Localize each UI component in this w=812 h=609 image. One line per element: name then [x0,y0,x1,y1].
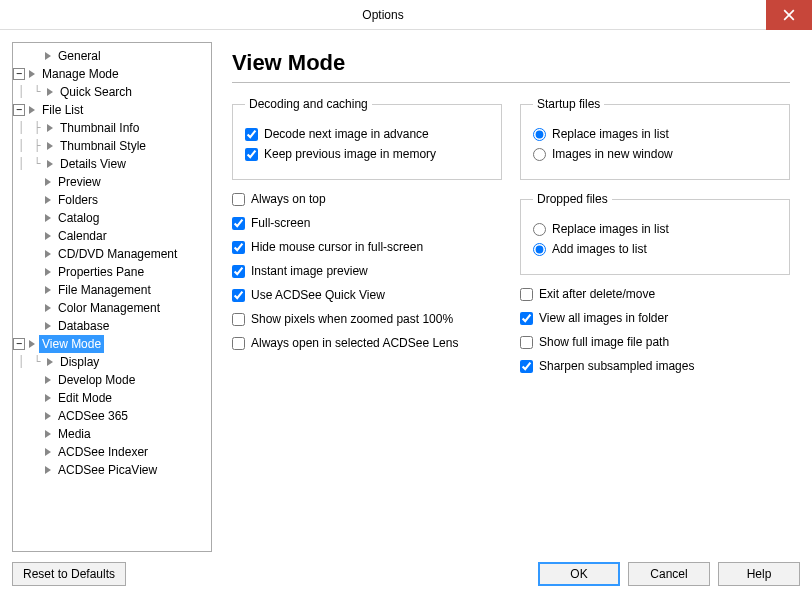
bullet-icon [45,448,51,456]
chk-always-on-top-input[interactable] [232,193,245,206]
reset-button[interactable]: Reset to Defaults [12,562,126,586]
chk-full-screen-input[interactable] [232,217,245,230]
tree-item-catalog[interactable]: Catalog [55,209,102,227]
chk-hide-cursor[interactable]: Hide mouse cursor in full-screen [232,240,502,254]
tree-item-file-list[interactable]: File List [39,101,86,119]
bullet-icon [45,304,51,312]
chk-view-all-input[interactable] [520,312,533,325]
nav-tree: General −Manage Mode │└Quick Search −Fil… [12,42,212,552]
rad-startup-replace-input[interactable] [533,128,546,141]
tree-item-develop-mode[interactable]: Develop Mode [55,371,138,389]
chk-decode-next-input[interactable] [245,128,258,141]
expander-manage-mode[interactable]: − [13,68,25,80]
bullet-icon [45,394,51,402]
rad-dropped-replace-input[interactable] [533,223,546,236]
chk-always-open-lens-input[interactable] [232,337,245,350]
tree-item-media[interactable]: Media [55,425,94,443]
tree-item-preview[interactable]: Preview [55,173,104,191]
chk-instant-preview-input[interactable] [232,265,245,278]
tree-item-file-mgmt[interactable]: File Management [55,281,154,299]
tree-item-thumb-info[interactable]: Thumbnail Info [57,119,142,137]
chk-sharpen[interactable]: Sharpen subsampled images [520,359,790,373]
rad-startup-newwin[interactable]: Images in new window [533,147,779,161]
bullet-icon [45,430,51,438]
chk-instant-preview[interactable]: Instant image preview [232,264,502,278]
rad-dropped-add[interactable]: Add images to list [533,242,779,256]
bullet-icon [47,358,53,366]
chk-exit-after[interactable]: Exit after delete/move [520,287,790,301]
help-button[interactable]: Help [718,562,800,586]
group-decoding-legend: Decoding and caching [245,97,372,111]
window-title: Options [0,8,766,22]
page-title: View Mode [232,50,790,76]
tree-item-thumb-style[interactable]: Thumbnail Style [57,137,149,155]
tree-item-details-view[interactable]: Details View [57,155,129,173]
chk-view-all[interactable]: View all images in folder [520,311,790,325]
tree-item-properties-pane[interactable]: Properties Pane [55,263,147,281]
rad-dropped-replace[interactable]: Replace images in list [533,222,779,236]
chk-keep-prev[interactable]: Keep previous image in memory [245,147,491,161]
chk-show-path-input[interactable] [520,336,533,349]
bullet-icon [45,214,51,222]
chk-keep-prev-input[interactable] [245,148,258,161]
group-startup: Startup files Replace images in list Ima… [520,97,790,180]
chk-sharpen-input[interactable] [520,360,533,373]
bullet-icon [29,106,35,114]
bullet-icon [45,250,51,258]
tree-item-quick-search[interactable]: Quick Search [57,83,135,101]
chk-show-path[interactable]: Show full image file path [520,335,790,349]
divider [232,82,790,83]
bullet-icon [45,322,51,330]
bullet-icon [47,160,53,168]
chk-hide-cursor-input[interactable] [232,241,245,254]
rad-startup-newwin-input[interactable] [533,148,546,161]
bullet-icon [45,178,51,186]
expander-view-mode[interactable]: − [13,338,25,350]
group-decoding: Decoding and caching Decode next image i… [232,97,502,180]
chk-decode-next[interactable]: Decode next image in advance [245,127,491,141]
chk-quick-view-input[interactable] [232,289,245,302]
chk-show-pixels[interactable]: Show pixels when zoomed past 100% [232,312,502,326]
group-dropped-legend: Dropped files [533,192,612,206]
tree-item-acdsee365[interactable]: ACDSee 365 [55,407,131,425]
tree-item-manage-mode[interactable]: Manage Mode [39,65,122,83]
close-button[interactable] [766,0,812,30]
bullet-icon [45,268,51,276]
bullet-icon [47,142,53,150]
button-bar: Reset to Defaults OK Cancel Help [0,552,812,596]
cancel-button[interactable]: Cancel [628,562,710,586]
tree-item-picaview[interactable]: ACDSee PicaView [55,461,160,479]
tree-item-indexer[interactable]: ACDSee Indexer [55,443,151,461]
chk-show-pixels-input[interactable] [232,313,245,326]
bullet-icon [45,376,51,384]
group-dropped: Dropped files Replace images in list Add… [520,192,790,275]
chk-exit-after-input[interactable] [520,288,533,301]
chk-full-screen[interactable]: Full-screen [232,216,502,230]
tree-item-cd-dvd[interactable]: CD/DVD Management [55,245,180,263]
chk-quick-view[interactable]: Use ACDSee Quick View [232,288,502,302]
bullet-icon [47,124,53,132]
tree-item-edit-mode[interactable]: Edit Mode [55,389,115,407]
bullet-icon [45,52,51,60]
bullet-icon [45,196,51,204]
ok-button[interactable]: OK [538,562,620,586]
rad-dropped-add-input[interactable] [533,243,546,256]
expander-file-list[interactable]: − [13,104,25,116]
content-panel: View Mode Decoding and caching Decode ne… [212,42,800,552]
bullet-icon [29,340,35,348]
tree-item-database[interactable]: Database [55,317,112,335]
tree-item-calendar[interactable]: Calendar [55,227,110,245]
rad-startup-replace[interactable]: Replace images in list [533,127,779,141]
tree-item-general[interactable]: General [55,47,104,65]
tree-item-color-mgmt[interactable]: Color Management [55,299,163,317]
close-icon [783,9,795,21]
bullet-icon [45,286,51,294]
chk-always-on-top[interactable]: Always on top [232,192,502,206]
tree-item-folders[interactable]: Folders [55,191,101,209]
tree-item-view-mode[interactable]: View Mode [39,335,104,353]
bullet-icon [47,88,53,96]
chk-always-open-lens[interactable]: Always open in selected ACDSee Lens [232,336,502,350]
tree-item-display[interactable]: Display [57,353,102,371]
titlebar: Options [0,0,812,30]
bullet-icon [45,466,51,474]
